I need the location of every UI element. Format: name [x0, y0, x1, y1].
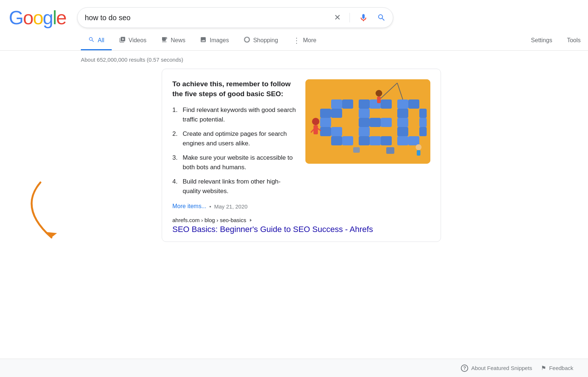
- results-count-text: About 652,000,000 results (0.57 seconds): [81, 57, 183, 63]
- shopping-icon: [244, 36, 250, 44]
- voice-search-button[interactable]: [357, 11, 370, 24]
- svg-rect-10: [342, 136, 353, 145]
- search-icon: [377, 13, 386, 22]
- tab-more[interactable]: ⋮ More: [286, 32, 324, 50]
- list-num-3: 3.: [172, 153, 180, 172]
- news-icon: [161, 36, 168, 44]
- about-featured-snippets[interactable]: ? About Featured Snippets: [461, 365, 532, 372]
- svg-rect-30: [419, 118, 427, 127]
- search-bar-wrapper: how to do seo ✕: [77, 7, 393, 28]
- tab-shopping[interactable]: Shopping: [236, 32, 286, 50]
- clear-button[interactable]: ✕: [333, 12, 342, 23]
- snippet-image: [305, 79, 430, 164]
- svg-rect-18: [370, 136, 381, 145]
- svg-rect-33: [313, 125, 318, 134]
- logo-o2: o: [33, 7, 43, 29]
- tab-images-label: Images: [209, 37, 229, 44]
- tab-images[interactable]: Images: [193, 32, 236, 50]
- list-text-3: Make sure your website is accessible to …: [183, 153, 297, 172]
- tab-settings[interactable]: Settings: [524, 33, 560, 49]
- logo-e: e: [56, 7, 66, 29]
- svg-rect-2: [320, 109, 331, 118]
- list-text-4: Build relevant links from other high-qua…: [183, 177, 297, 196]
- more-items-link[interactable]: More items...: [172, 203, 206, 210]
- svg-point-36: [376, 90, 382, 97]
- svg-rect-13: [359, 118, 370, 127]
- svg-rect-15: [359, 136, 370, 145]
- svg-rect-14: [359, 127, 370, 136]
- svg-point-40: [416, 144, 422, 150]
- search-input[interactable]: how to do seo: [85, 14, 345, 22]
- clear-icon: ✕: [334, 14, 341, 22]
- logo-l: l: [53, 7, 56, 29]
- result-title-text: SEO Basics: Beginner's Guide to SEO Succ…: [172, 225, 373, 234]
- settings-label: Settings: [531, 37, 552, 44]
- svg-rect-5: [331, 99, 342, 109]
- feedback-label: Feedback: [549, 365, 573, 371]
- svg-marker-0: [46, 232, 57, 238]
- list-item-2: 2. Create and optimize pages for search …: [172, 129, 297, 148]
- arrow-annotation: [29, 179, 103, 252]
- svg-point-32: [312, 118, 319, 125]
- logo-g2: g: [43, 7, 53, 29]
- svg-rect-20: [381, 118, 392, 127]
- list-num-1: 1.: [172, 105, 180, 124]
- svg-rect-11: [359, 99, 370, 109]
- svg-rect-6: [331, 109, 342, 118]
- list-item-3: 3. Make sure your website is accessible …: [172, 153, 297, 172]
- bottom-bar: ? About Featured Snippets ⚑ Feedback: [0, 359, 588, 377]
- result-title-link[interactable]: SEO Basics: Beginner's Guide to SEO Succ…: [172, 225, 430, 234]
- search-icons: ✕: [333, 11, 387, 24]
- seo-illustration: [305, 79, 430, 164]
- search-divider: [349, 13, 350, 22]
- svg-rect-26: [397, 136, 408, 145]
- snippet-footer: More items... • May 21, 2020: [172, 203, 297, 210]
- nav-tabs: All Videos News Images Shopping ⋮ More S…: [0, 29, 588, 51]
- svg-rect-3: [320, 118, 331, 127]
- snippet-dot: •: [209, 203, 211, 210]
- svg-rect-9: [342, 99, 353, 109]
- svg-rect-21: [381, 136, 392, 145]
- feedback-button[interactable]: ⚑ Feedback: [541, 365, 573, 371]
- snippet-list: 1. Find relevant keywords with good sear…: [172, 105, 297, 196]
- all-search-icon: [88, 36, 95, 45]
- snippet-date: May 21, 2020: [214, 203, 248, 210]
- header: Google how to do seo ✕: [0, 0, 588, 29]
- featured-snippet: To achieve this, remember to follow the …: [162, 69, 441, 242]
- svg-rect-31: [419, 127, 427, 136]
- list-item-4: 4. Build relevant links from other high-…: [172, 177, 297, 196]
- logo-o1: o: [23, 7, 33, 29]
- tab-videos-label: Videos: [129, 37, 147, 44]
- snippet-content: To achieve this, remember to follow the …: [172, 79, 430, 210]
- tab-news-label: News: [171, 37, 185, 44]
- search-button[interactable]: [376, 12, 387, 23]
- source-breadcrumb: ahrefs.com › blog › seo-basics: [172, 215, 430, 223]
- list-num-2: 2.: [172, 129, 180, 148]
- svg-rect-43: [353, 147, 360, 153]
- tab-all[interactable]: All: [81, 32, 112, 50]
- list-item-1: 1. Find relevant keywords with good sear…: [172, 105, 297, 124]
- svg-rect-7: [331, 127, 342, 136]
- tools-label: Tools: [567, 37, 581, 44]
- svg-rect-17: [370, 118, 381, 127]
- tab-videos[interactable]: Videos: [112, 32, 154, 50]
- google-logo: Google: [9, 7, 66, 29]
- question-icon: ?: [461, 365, 468, 372]
- snippet-text: To achieve this, remember to follow the …: [172, 79, 297, 210]
- list-text-1: Find relevant keywords with good search …: [183, 105, 297, 124]
- tab-news[interactable]: News: [154, 32, 193, 50]
- breadcrumb-dropdown-icon[interactable]: [250, 219, 252, 222]
- tab-tools[interactable]: Tools: [560, 33, 588, 49]
- snippet-title: To achieve this, remember to follow the …: [172, 79, 297, 99]
- list-text-2: Create and optimize pages for search eng…: [183, 129, 297, 148]
- svg-rect-4: [320, 127, 331, 136]
- logo-g1: G: [9, 7, 23, 29]
- mic-icon: [359, 13, 368, 22]
- svg-rect-25: [397, 127, 408, 136]
- svg-rect-19: [381, 99, 392, 109]
- tab-all-label: All: [98, 37, 104, 44]
- breadcrumb-text: ahrefs.com › blog › seo-basics: [172, 217, 246, 223]
- svg-rect-22: [397, 99, 408, 109]
- svg-rect-23: [397, 109, 408, 118]
- svg-rect-24: [397, 118, 408, 127]
